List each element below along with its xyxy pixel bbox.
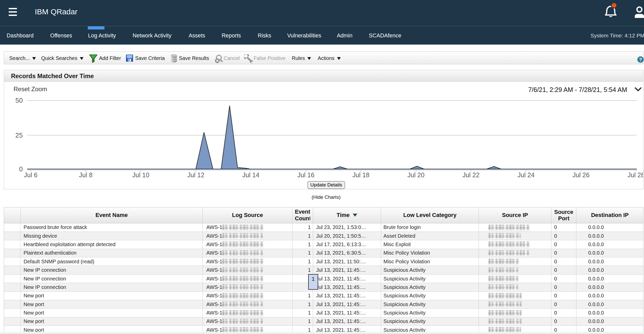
svg-text:Jul 20: Jul 20 xyxy=(407,171,425,179)
svg-text:Jul 12: Jul 12 xyxy=(187,171,205,179)
svg-text:Jul 10: Jul 10 xyxy=(132,171,149,179)
svg-text:25: 25 xyxy=(15,131,23,139)
svg-text:?: ? xyxy=(639,57,642,62)
svg-text:Jul 24: Jul 24 xyxy=(518,171,535,179)
svg-text:0: 0 xyxy=(19,165,23,173)
svg-text:Jul 8: Jul 8 xyxy=(79,171,93,179)
svg-text:Jul 18: Jul 18 xyxy=(352,171,370,179)
svg-text:Jul 16: Jul 16 xyxy=(297,171,315,179)
svg-text:Jul 6: Jul 6 xyxy=(24,171,38,179)
svg-text:Jul 14: Jul 14 xyxy=(242,171,260,179)
svg-text:Jul 28: Jul 28 xyxy=(628,171,643,179)
svg-text:Jul 26: Jul 26 xyxy=(573,171,590,179)
svg-text:Jul 22: Jul 22 xyxy=(463,171,480,179)
svg-text:50: 50 xyxy=(15,97,23,104)
